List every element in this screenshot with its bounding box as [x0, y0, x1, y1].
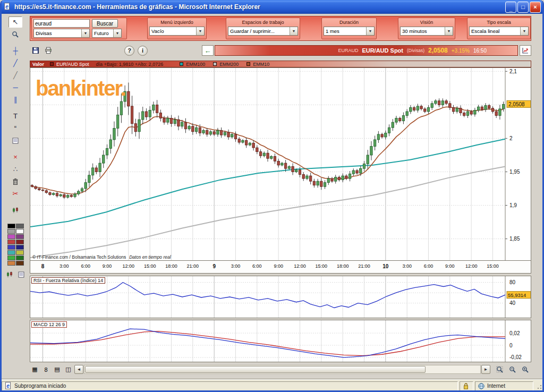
erase-drawing-tool[interactable]: ×: [8, 151, 22, 163]
data-table-icon[interactable]: ▤: [52, 365, 62, 374]
zoom-select-button[interactable]: [495, 365, 505, 374]
quote-category: (Divisas): [407, 48, 424, 53]
palette-swatch[interactable]: [16, 261, 24, 266]
x-tick-label: 3:00: [402, 263, 412, 269]
color-palette: [7, 224, 24, 266]
comment-tool[interactable]: “: [8, 123, 22, 134]
svg-text:e: e: [5, 3, 8, 9]
emm10-swatch: [246, 62, 250, 66]
x-tick-label: 9:00: [445, 263, 455, 269]
rsi-panel[interactable]: RSI - Fuerza Relativa (índice) 14 804055…: [30, 276, 531, 318]
info-button[interactable]: i: [138, 46, 148, 56]
palette-swatch[interactable]: [7, 255, 15, 260]
x-tick-label: 3:00: [60, 263, 69, 269]
workspaces-select[interactable]: Guardar / suprimir...▼: [228, 27, 298, 36]
macd-axis-label: 0: [509, 343, 513, 348]
status-text: Subprograma iniciado: [14, 383, 66, 389]
chart-copyright: © IT-Finance.com / Bolsamania Tech Solut…: [32, 254, 171, 260]
mini-chart-icon[interactable]: [5, 270, 14, 279]
duration-select[interactable]: 1 mes▼: [324, 27, 375, 36]
new-chart-icon[interactable]: ▦: [30, 365, 40, 374]
zoom-in-button[interactable]: [520, 365, 530, 374]
left-menu-select[interactable]: Vacío▼: [149, 27, 205, 36]
left-menu-group: Menú izquierdo Vacío▼: [147, 18, 207, 39]
zoom-tool[interactable]: [8, 29, 22, 40]
macd-chart[interactable]: 0,020-0,02: [30, 320, 531, 362]
category-select[interactable]: Divisas▼: [33, 29, 90, 38]
palette-swatch[interactable]: [16, 224, 24, 228]
search-input[interactable]: [33, 19, 90, 28]
delete-all-tool[interactable]: ✂: [8, 188, 22, 199]
palette-swatch[interactable]: [7, 234, 15, 239]
quote-price: 2,0508: [428, 47, 448, 54]
scrollbar-thumb[interactable]: [85, 366, 426, 373]
trash-tool[interactable]: [8, 176, 22, 187]
close-button[interactable]: ×: [530, 2, 541, 13]
measure-tool[interactable]: ∴: [8, 164, 22, 175]
back-arrow-button[interactable]: ←: [202, 45, 214, 56]
zoom-out-button[interactable]: [507, 365, 517, 374]
x-tick-label: 10: [382, 263, 388, 269]
grid-icon[interactable]: ◫: [63, 365, 73, 374]
palette-swatch[interactable]: [7, 245, 15, 250]
top-toolbar: Buscar Divisas▼ Futuro▼ Menú izquierdo V…: [30, 16, 531, 41]
popout-chart-button[interactable]: [520, 45, 531, 56]
scroll-left-button[interactable]: ◄: [74, 365, 83, 374]
emm10-label: EMM10: [253, 62, 269, 67]
workspaces-label: Espacios de trabajo: [228, 20, 298, 25]
rsi-chart[interactable]: 804055,9314: [30, 276, 531, 318]
price-chart-panel[interactable]: 2,121,951,91,852,0508 bankinter. © IT-Fi…: [30, 67, 531, 261]
indicator-tool[interactable]: [8, 204, 22, 216]
price-chart[interactable]: 2,121,951,91,852,0508: [30, 68, 531, 260]
drawing-tools-sidebar: ↖┼╱╱─∥T“×∴✂: [2, 16, 29, 373]
quote-name: EUR/AUD Spot: [362, 47, 403, 54]
link-charts-icon[interactable]: 8: [41, 365, 51, 374]
channel-tool[interactable]: ∥: [8, 94, 22, 105]
y-axis-label: 2: [509, 135, 513, 141]
notes-tool[interactable]: [8, 135, 22, 146]
search-button[interactable]: Buscar: [92, 19, 118, 28]
horizontal-line-tool[interactable]: ─: [8, 82, 22, 93]
rsi-axis-label: 80: [509, 279, 516, 285]
macd-label: MACD 12 26 9: [31, 321, 67, 328]
maximize-button[interactable]: □: [517, 2, 529, 13]
text-tool[interactable]: T: [8, 110, 22, 122]
palette-swatch[interactable]: [7, 261, 15, 266]
palette-swatch[interactable]: [16, 245, 24, 250]
minimize-button[interactable]: _: [505, 2, 516, 13]
mini-book-icon[interactable]: [16, 270, 26, 279]
palette-swatch[interactable]: [16, 229, 24, 234]
scale-type-select[interactable]: Escala lineal▼: [469, 27, 529, 36]
segment-tool[interactable]: ╱: [8, 70, 22, 81]
scroll-right-button[interactable]: ►: [481, 365, 490, 374]
macd-panel[interactable]: MACD 12 26 9 0,020-0,02: [30, 320, 531, 362]
palette-swatch[interactable]: [7, 224, 15, 228]
palette-swatch[interactable]: [16, 255, 24, 260]
pointer-tool[interactable]: ↖: [8, 16, 22, 28]
x-tick-label: 21:00: [187, 263, 199, 269]
trendline-tool[interactable]: ╱: [8, 57, 22, 69]
instrument-select[interactable]: Futuro▼: [92, 29, 122, 38]
print-button[interactable]: [42, 45, 54, 56]
palette-swatch[interactable]: [7, 250, 15, 255]
ie-page-icon: e: [3, 3, 12, 12]
x-tick-label: 9: [212, 263, 216, 269]
chart-scrollbar[interactable]: [84, 365, 481, 374]
vision-select[interactable]: 30 minutos▼: [400, 27, 453, 36]
chevron-down-icon: ▼: [366, 27, 374, 35]
series-swatch: [50, 62, 54, 66]
palette-swatch[interactable]: [7, 240, 15, 244]
palette-swatch[interactable]: [16, 250, 24, 255]
resize-grip[interactable]: [535, 382, 542, 390]
palette-swatch[interactable]: [16, 234, 24, 239]
help-button[interactable]: ?: [124, 46, 134, 56]
palette-swatch[interactable]: [16, 240, 24, 244]
chevron-down-icon: ▼: [520, 27, 528, 35]
save-button[interactable]: [30, 45, 41, 56]
rsi-label: RSI - Fuerza Relativa (índice) 14: [31, 277, 105, 284]
rsi-axis-label: 40: [509, 300, 516, 306]
palette-swatch[interactable]: [7, 229, 15, 234]
x-tick-label: 3:00: [231, 263, 241, 269]
crosshair-tool[interactable]: ┼: [8, 45, 22, 56]
x-tick-label: 12:00: [294, 263, 306, 269]
